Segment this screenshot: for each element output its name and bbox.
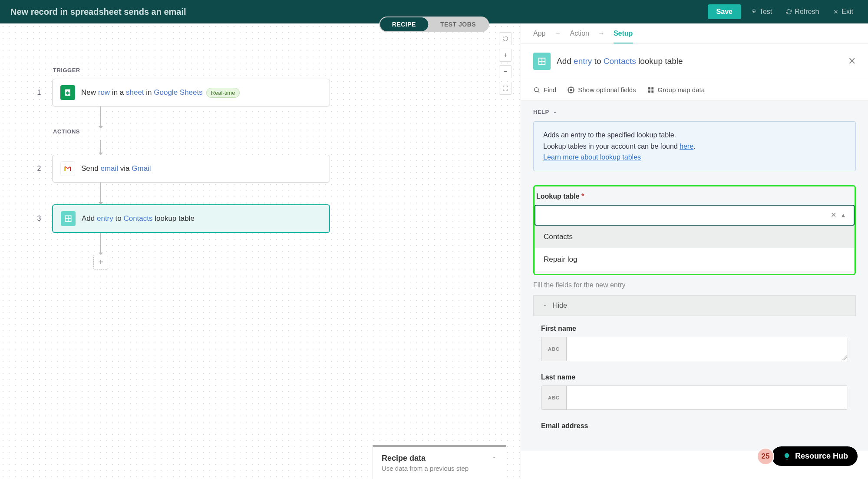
breadcrumb: App → Action → Setup xyxy=(521,23,868,44)
chevron-up-icon[interactable]: ▴ xyxy=(839,211,848,219)
trigger-label: TRIGGER xyxy=(53,67,330,73)
dropdown-option-contacts[interactable]: Contacts xyxy=(535,226,854,248)
action-card-lookup[interactable]: Add entry to Contacts lookup table xyxy=(52,204,330,233)
google-sheets-icon xyxy=(60,85,75,100)
first-name-input[interactable] xyxy=(567,337,848,361)
lookup-table-field-highlight: Lookup table * ✕ ▴ Contacts Repair log xyxy=(533,185,856,275)
zoom-out-button[interactable]: − xyxy=(499,65,512,78)
header-actions: Save Test Refresh Exit xyxy=(708,4,858,19)
lookup-table-select[interactable]: ✕ ▴ xyxy=(535,205,855,226)
search-icon xyxy=(533,86,540,93)
help-content: Adds an entry to the specified lookup ta… xyxy=(533,121,856,171)
crumb-setup[interactable]: Setup xyxy=(614,30,633,43)
test-button[interactable]: Test xyxy=(746,5,776,18)
lookup-table-icon xyxy=(61,211,76,226)
dropdown-option-repair[interactable]: Repair log xyxy=(535,248,854,271)
help-toggle[interactable]: HELP xyxy=(533,109,856,115)
realtime-badge: Real-time xyxy=(206,88,240,98)
trigger-card[interactable]: New row in a sheet in Google SheetsReal-… xyxy=(52,79,330,106)
fit-view-button[interactable] xyxy=(499,82,512,95)
step-number: 2 xyxy=(35,165,43,173)
first-name-field: First name ABC xyxy=(541,325,848,361)
lookup-table-input[interactable] xyxy=(541,211,828,219)
form-area: Lookup table * ✕ ▴ Contacts Repair log F… xyxy=(521,176,868,451)
step-text: New row in a sheet in Google SheetsReal-… xyxy=(81,88,240,97)
last-name-input-wrap: ABC xyxy=(541,386,848,410)
action-header: Add entry to Contacts lookup table ✕ xyxy=(521,44,868,79)
zoom-in-button[interactable]: + xyxy=(499,49,512,62)
recipe-data-subtitle: Use data from a previous step xyxy=(382,465,497,472)
step-2: 2 Send email via Gmail xyxy=(35,155,330,183)
connector xyxy=(100,140,101,155)
refresh-button[interactable]: Refresh xyxy=(782,5,823,18)
canvas-controls: + − xyxy=(499,32,512,95)
connector xyxy=(100,106,101,128)
exit-button[interactable]: Exit xyxy=(828,5,858,18)
show-optional-button[interactable]: Show optional fields xyxy=(568,86,636,93)
fill-hint: Fill the fields for the new entry xyxy=(533,281,856,289)
email-field: Email address xyxy=(541,422,848,430)
add-step-button[interactable]: + xyxy=(93,255,108,269)
find-button[interactable]: Find xyxy=(533,86,556,93)
close-icon xyxy=(833,9,839,15)
expand-icon[interactable] xyxy=(491,456,497,462)
group-map-button[interactable]: Group map data xyxy=(647,86,705,93)
actions-label: ACTIONS xyxy=(53,128,330,135)
gear-icon xyxy=(751,9,757,15)
svg-rect-18 xyxy=(648,90,650,93)
svg-rect-6 xyxy=(67,91,68,95)
last-name-input[interactable] xyxy=(567,386,848,409)
tab-test-jobs[interactable]: TEST JOBS xyxy=(428,17,488,31)
chevron-right-icon: → xyxy=(554,30,561,37)
help-here-link[interactable]: here xyxy=(680,143,693,150)
step-number: 1 xyxy=(35,89,43,96)
chevron-right-icon: → xyxy=(598,30,605,37)
step-text: Add entry to Contacts lookup table xyxy=(82,214,195,223)
type-badge: ABC xyxy=(541,337,567,361)
first-name-input-wrap: ABC xyxy=(541,337,848,361)
view-toggle: RECIPE TEST JOBS xyxy=(379,17,489,32)
recipe-data-title: Recipe data xyxy=(382,454,426,463)
refresh-icon xyxy=(786,9,792,15)
svg-line-14 xyxy=(538,91,539,93)
svg-rect-16 xyxy=(648,87,650,90)
action-title: Add entry to Contacts lookup table xyxy=(557,57,842,66)
tab-recipe[interactable]: RECIPE xyxy=(380,17,428,31)
svg-point-15 xyxy=(570,89,572,91)
crumb-action[interactable]: Action xyxy=(570,30,589,37)
step-3: 3 Add entry to Contacts lookup table xyxy=(35,204,330,233)
close-panel-button[interactable]: ✕ xyxy=(848,56,856,67)
resize-handle[interactable] xyxy=(842,356,847,360)
clear-icon[interactable]: ✕ xyxy=(828,211,839,219)
lightbulb-icon xyxy=(783,452,791,460)
crumb-app[interactable]: App xyxy=(533,30,545,37)
save-button[interactable]: Save xyxy=(708,4,741,19)
action-card-email[interactable]: Send email via Gmail xyxy=(52,155,330,183)
expand-icon xyxy=(502,85,508,91)
svg-rect-17 xyxy=(651,87,653,90)
help-learn-link[interactable]: Learn more about lookup tables xyxy=(543,153,641,161)
connector xyxy=(100,183,101,204)
reset-icon xyxy=(502,36,508,42)
svg-rect-19 xyxy=(651,90,653,93)
map-icon xyxy=(647,86,654,93)
panel-toolbar: Find Show optional fields Group map data xyxy=(521,79,868,101)
recipe-title: New record in spreadsheet sends an email xyxy=(10,7,708,17)
notification-badge[interactable]: 25 xyxy=(757,448,774,465)
reset-view-button[interactable] xyxy=(499,32,512,45)
canvas[interactable]: + − TRIGGER 1 New row in a sheet in Goog… xyxy=(0,23,521,479)
svg-point-13 xyxy=(535,87,538,91)
gear-icon xyxy=(568,86,574,93)
lookup-table-icon xyxy=(533,53,551,70)
resource-hub-button[interactable]: Resource Hub xyxy=(772,446,858,466)
step-number: 3 xyxy=(35,215,43,223)
lookup-table-label: Lookup table * xyxy=(535,193,855,200)
gmail-icon xyxy=(60,161,75,176)
step-text: Send email via Gmail xyxy=(81,164,151,173)
help-section: HELP Adds an entry to the specified look… xyxy=(521,101,868,176)
hide-toggle[interactable]: Hide xyxy=(533,295,856,316)
entry-fields: First name ABC Last name ABC Email ad xyxy=(533,325,856,430)
setup-panel: App → Action → Setup Add entry to Contac… xyxy=(521,23,868,479)
recipe-data-card[interactable]: Recipe data Use data from a previous ste… xyxy=(373,445,506,479)
resource-hub: 25 Resource Hub xyxy=(757,446,858,466)
